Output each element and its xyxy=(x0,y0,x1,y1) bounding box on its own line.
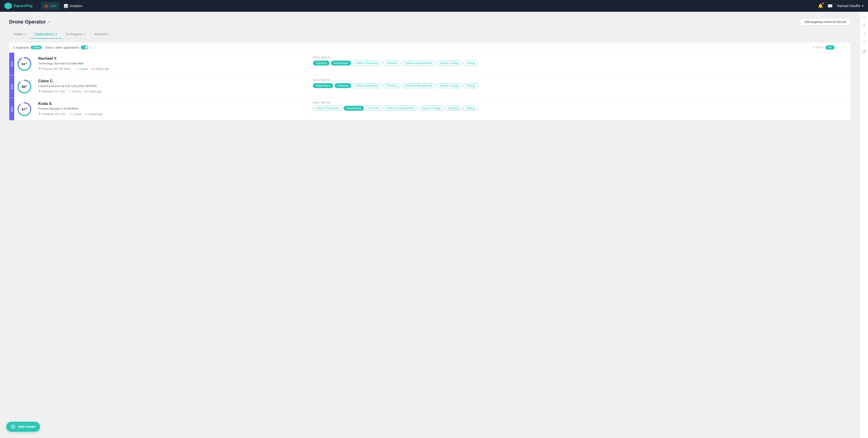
score-value: 91% xyxy=(22,62,27,66)
logo-icon xyxy=(4,2,12,9)
edit-criteria-button[interactable]: Edit targeting criteria for this job xyxy=(800,18,851,26)
score-circle: 88% xyxy=(17,79,32,94)
applicant-card[interactable]: New 88% Claire C. ☆ xyxy=(9,75,851,98)
skill-tag: Fishing xyxy=(463,106,478,111)
days-ago-value: 0 day(s) ago xyxy=(94,67,109,70)
applicants-list: New 91% Rachael Y. ☆ xyxy=(9,53,851,121)
location-value: Pleasant Hill, MO 6408... xyxy=(42,67,72,70)
skill-tag: Aquatic Ecology xyxy=(418,106,444,111)
skill-tags: AquacultureCampingOutdoor RecreationFish… xyxy=(313,83,847,88)
tab-invited[interactable]: Invited 0 xyxy=(9,30,30,39)
tab-in-progress-count: 0 xyxy=(84,33,85,36)
nav-jobs[interactable]: 💼 Jobs xyxy=(41,2,60,10)
new-label: New xyxy=(9,75,14,98)
score-circle: 87% xyxy=(17,102,32,116)
candidate-name-row: Koda S. ☆ xyxy=(38,101,305,106)
favorite-star-icon[interactable]: ☆ xyxy=(59,57,62,61)
skill-tag: Camping xyxy=(313,61,330,66)
skill-tag: Fishing xyxy=(463,61,478,66)
job-title: Drone Operator xyxy=(9,19,46,25)
shield-icon: 🛡 xyxy=(69,113,72,116)
user-menu[interactable]: Rachael Stauffer ▾ xyxy=(837,4,864,8)
recency-meta: 0 day(s) ago xyxy=(92,67,109,70)
main-content: Drone Operator ▾ Edit targeting criteria… xyxy=(0,12,860,438)
bell-icon: 🔔 xyxy=(818,4,823,8)
card-score: 91% xyxy=(14,53,35,75)
experience-meta: 🛡 3 years xyxy=(76,67,88,70)
recency-meta: 0 day(s) ago xyxy=(85,113,102,116)
skill-tag: Aquatic Ecology xyxy=(436,61,462,66)
skill-tag: Aquaculture xyxy=(331,61,351,66)
candidate-meta: 📍 Pleasant Hill, MO 6408... 🛡 3 years 0 … xyxy=(38,67,305,70)
score-circle: 91% xyxy=(17,57,32,71)
applicant-card[interactable]: New 91% Rachael Y. ☆ xyxy=(9,53,851,75)
help-icon: ? xyxy=(10,424,16,430)
history-icon[interactable]: 🕐 xyxy=(862,49,866,54)
experience-value: 3 years xyxy=(73,113,82,116)
applicant-card[interactable]: New 87% Koda S. ☆ xyxy=(9,98,851,121)
nav-analytics-label: Analytics xyxy=(70,4,82,8)
card-score: 88% xyxy=(14,75,35,98)
tab-archived[interactable]: Archived 0 xyxy=(90,30,114,39)
skill-tag: Fisheries xyxy=(383,83,400,88)
card-info: Rachael Y. ☆ Technology Specialist at Da… xyxy=(35,53,309,75)
location-icon: 📍 xyxy=(38,90,41,93)
filter-icon[interactable]: ▽ xyxy=(863,40,866,45)
logo[interactable]: SquarePeg xyxy=(4,2,37,9)
skill-match-label: SKILL MATCH xyxy=(313,79,847,81)
tab-applications-label: Applications xyxy=(35,32,54,36)
candidate-title: Product Manager II at RE/MAX xyxy=(38,107,305,110)
skill-tag: Fishing xyxy=(463,83,478,88)
new-badge: 3 New xyxy=(31,46,41,49)
show-other-label: Show 1 other applications xyxy=(45,46,79,49)
skill-tag: Aquatic Ecology xyxy=(436,83,462,88)
show-other-info-icon[interactable]: ⓘ xyxy=(90,45,93,50)
mail-icon: ✉️ xyxy=(828,4,833,8)
star-icon[interactable]: ☆ xyxy=(838,45,841,50)
show-other-toggle[interactable] xyxy=(81,45,88,50)
messages-button[interactable]: ✉️ xyxy=(828,3,833,8)
new-label-text: New xyxy=(11,61,13,67)
sidebar-right: « ℹ ⤴ ▽ 🕐 xyxy=(860,12,868,438)
applicants-count-number: 3 xyxy=(13,46,14,49)
card-info: Koda S. ☆ Product Manager II at RE/MAX 📍… xyxy=(35,98,309,120)
job-title-chevron-icon[interactable]: ▾ xyxy=(48,20,50,24)
card-score: 87% xyxy=(14,98,35,120)
tags-label: 🏷 TAGS: xyxy=(812,46,824,49)
info-icon[interactable]: ℹ xyxy=(864,23,865,27)
candidate-meta: 📍 Berkeley, CA, USA 🛡 4 years 0 day(s) a… xyxy=(38,90,305,93)
user-name: Rachael Stauffer xyxy=(837,4,861,8)
location-icon: 📍 xyxy=(38,113,41,116)
days-ago-value: 0 day(s) ago xyxy=(87,90,102,93)
skill-tag: Camping xyxy=(335,83,351,88)
experience-value: 3 years xyxy=(79,67,88,70)
nav-jobs-label: Jobs xyxy=(50,4,57,8)
location-value: Berkeley, CA, USA xyxy=(42,90,65,93)
nav-analytics[interactable]: 📊 Analytics xyxy=(61,2,86,10)
skill-tag: Fisheries xyxy=(365,106,382,111)
experience-meta: 🛡 4 years xyxy=(68,90,81,93)
menu-icon[interactable]: ≡ xyxy=(845,45,847,50)
new-label-text: New xyxy=(11,84,13,89)
tag-all-button[interactable]: All xyxy=(826,45,834,50)
collapse-icon[interactable]: « xyxy=(863,14,865,19)
skill-tags: CampingAquacultureOutdoor RecreationFish… xyxy=(313,61,847,66)
card-skills: SKILL MATCH Outdoor RecreationAquacultur… xyxy=(309,98,850,120)
favorite-star-icon[interactable]: ☆ xyxy=(54,102,57,106)
show-other-applications: Show 1 other applications ⓘ xyxy=(45,45,93,50)
help-center-button[interactable]: ? Help Center xyxy=(6,422,40,432)
dot-icon xyxy=(92,68,93,70)
skill-match-label: SKILL MATCH xyxy=(313,56,847,59)
tab-in-progress[interactable]: In-Progress 0 xyxy=(61,30,90,39)
tab-applications[interactable]: Applications 3 xyxy=(30,30,61,39)
navbar: SquarePeg 💼 Jobs 📊 Analytics 🔔 ✉️ Rachae… xyxy=(0,0,868,12)
share-icon[interactable]: ⤴ xyxy=(863,32,865,36)
skill-tags: Outdoor RecreationAquacultureFisheriesFi… xyxy=(313,106,847,111)
tab-in-progress-label: In-Progress xyxy=(66,32,82,36)
notification-badge xyxy=(822,2,824,4)
candidate-name: Koda S. xyxy=(38,101,53,106)
favorite-star-icon[interactable]: ☆ xyxy=(56,79,59,83)
experience-value: 4 years xyxy=(72,90,81,93)
notifications-button[interactable]: 🔔 xyxy=(818,3,823,8)
new-label-text: New xyxy=(11,106,13,112)
